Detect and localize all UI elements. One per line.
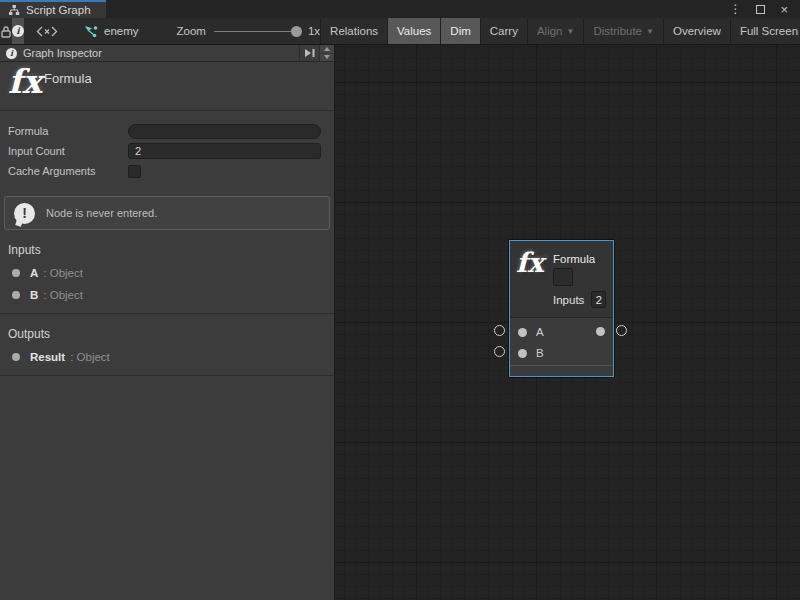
input-count-field-row: Input Count	[0, 141, 334, 161]
align-button[interactable]: Align ▼	[527, 18, 584, 44]
graph-breadcrumb[interactable]: enemy	[84, 18, 139, 44]
input-port-row-b[interactable]: B : Object	[0, 284, 334, 306]
cache-arguments-checkbox[interactable]	[128, 165, 141, 178]
formula-node-inputs-row: Inputs 2	[553, 291, 606, 308]
node-fields: Formula Input Count Cache Arguments	[0, 111, 334, 183]
tab-script-graph[interactable]: Script Graph	[0, 0, 106, 18]
carry-button[interactable]: Carry	[480, 18, 527, 44]
align-label: Align	[537, 25, 563, 37]
zoom-control: Zoom 1x	[177, 18, 321, 44]
dim-label: Dim	[450, 25, 470, 37]
node-inputs-label: Inputs	[553, 294, 584, 306]
code-brackets-icon	[36, 26, 58, 37]
port-circle-icon[interactable]	[518, 328, 527, 337]
input-port-row-a[interactable]: A : Object	[0, 262, 334, 284]
distribute-label: Distribute	[593, 25, 642, 37]
port-label: A	[536, 326, 544, 338]
scroll-down-button[interactable]	[320, 53, 334, 62]
close-icon[interactable]: ×	[780, 3, 788, 16]
graph-inspector-panel: i Graph Inspector fx	[0, 45, 335, 600]
port-name: Result	[30, 351, 65, 363]
graph-name: enemy	[104, 25, 139, 37]
warning-text: Node is never entered.	[46, 207, 157, 219]
formula-field-row: Formula	[0, 121, 334, 141]
inspector-empty-area	[0, 376, 334, 600]
node-port-b[interactable]: B	[518, 348, 544, 358]
window-controls: ⋮ ×	[729, 0, 800, 18]
port-type: : Object	[70, 351, 110, 363]
fullscreen-button[interactable]: Full Screen	[730, 18, 800, 44]
formula-input[interactable]	[128, 124, 321, 139]
formula-node-footer	[510, 365, 613, 376]
zoom-label: Zoom	[177, 25, 206, 37]
chevron-up-icon	[324, 47, 330, 51]
formula-field-label: Formula	[8, 125, 128, 137]
panel-scrollbar	[319, 45, 334, 61]
cache-arguments-field-label: Cache Arguments	[8, 165, 128, 177]
cache-arguments-field-row: Cache Arguments	[0, 161, 334, 181]
node-inputs-count[interactable]: 2	[591, 291, 606, 308]
tab-label: Script Graph	[26, 4, 91, 16]
node-title: Formula	[44, 71, 92, 86]
external-port-a[interactable]	[494, 325, 505, 336]
relations-button[interactable]: Relations	[320, 18, 387, 44]
scroll-up-button[interactable]	[320, 45, 334, 53]
info-icon: i	[12, 25, 24, 37]
fullscreen-label: Full Screen	[740, 25, 798, 37]
graph-canvas[interactable]: fx Formula Inputs 2 A B	[335, 45, 800, 600]
carry-label: Carry	[490, 25, 518, 37]
node-title-block: fx Formula	[0, 62, 334, 111]
formula-node-header[interactable]: fx Formula Inputs 2	[510, 241, 613, 317]
port-dot-icon	[12, 269, 20, 277]
port-name: B	[30, 289, 38, 301]
port-label: B	[536, 347, 544, 359]
warning-bubble-icon: !	[14, 203, 35, 224]
port-dot-icon	[12, 353, 20, 361]
external-port-result[interactable]	[616, 325, 627, 336]
lock-button[interactable]	[0, 18, 12, 44]
zoom-slider[interactable]	[214, 31, 300, 32]
window-menu-icon[interactable]: ⋮	[729, 3, 741, 15]
formula-node-formula-input[interactable]	[553, 268, 573, 286]
inspector-toggle-button[interactable]: i	[12, 18, 24, 44]
chevron-down-icon	[324, 55, 330, 59]
port-type: : Object	[43, 289, 83, 301]
dock-panel-button[interactable]	[299, 45, 319, 61]
formula-node-body: A B	[510, 317, 613, 365]
port-name: A	[30, 267, 38, 279]
distribute-button[interactable]: Distribute ▼	[583, 18, 663, 44]
values-button[interactable]: Values	[387, 18, 440, 44]
inputs-heading: Inputs	[0, 230, 334, 262]
code-view-button[interactable]	[36, 18, 58, 44]
port-circle-icon[interactable]	[518, 349, 527, 358]
output-port-row-result[interactable]: Result : Object	[0, 346, 334, 368]
lock-icon	[0, 25, 12, 38]
dropdown-arrow-icon: ▼	[567, 27, 575, 36]
values-label: Values	[397, 25, 431, 37]
node-port-result[interactable]	[596, 327, 605, 336]
unity-script-graph-window: Script Graph ⋮ × i	[0, 0, 800, 600]
formula-node[interactable]: fx Formula Inputs 2 A B	[509, 240, 614, 377]
graph-hierarchy-icon	[8, 4, 20, 16]
relations-label: Relations	[330, 25, 378, 37]
zoom-slider-handle[interactable]	[291, 26, 302, 37]
dim-button[interactable]: Dim	[440, 18, 479, 44]
fx-icon: fx	[516, 247, 544, 278]
warning-box: ! Node is never entered.	[4, 196, 330, 230]
node-port-a[interactable]: A	[518, 327, 544, 337]
zoom-value: 1x	[308, 25, 320, 37]
maximize-icon[interactable]	[756, 5, 765, 14]
script-graph-asset-icon	[84, 25, 98, 38]
input-count-field-label: Input Count	[8, 145, 128, 157]
graph-toolbar: i enemy Zoom 1x	[0, 18, 800, 45]
title-bar: Script Graph ⋮ ×	[0, 0, 800, 18]
inspector-header: i Graph Inspector	[0, 45, 334, 62]
overview-label: Overview	[673, 25, 721, 37]
fx-icon: fx	[8, 62, 42, 101]
input-count-input[interactable]	[128, 143, 321, 159]
overview-button[interactable]: Overview	[663, 18, 730, 44]
inspector-title: Graph Inspector	[23, 47, 102, 59]
formula-node-title: Formula	[553, 253, 595, 265]
external-port-b[interactable]	[494, 346, 505, 357]
info-icon: i	[6, 48, 17, 59]
